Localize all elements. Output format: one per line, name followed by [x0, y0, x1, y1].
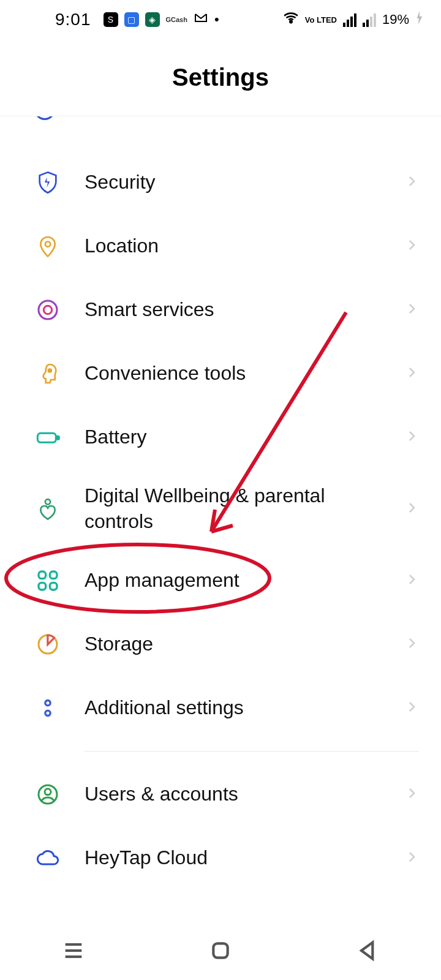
chevron-right-icon [404, 500, 419, 518]
battery-percent: 19% [382, 12, 409, 28]
page-title: Settings [172, 64, 269, 91]
app-icon-gmail [194, 10, 208, 29]
status-right: Vo LTED 19% [283, 10, 424, 29]
title-bar: Settings [0, 39, 441, 116]
settings-item-label: App management [85, 568, 404, 594]
signal-bars-2 [363, 12, 376, 27]
section-divider [85, 751, 419, 752]
settings-item-storage[interactable]: Storage [0, 612, 441, 676]
settings-item-additional-settings[interactable]: Additional settings [0, 676, 441, 740]
cutoff-row [0, 116, 441, 124]
app-icon-blue: ▢ [124, 12, 139, 27]
svg-point-13 [45, 701, 50, 706]
chevron-right-icon [404, 174, 419, 191]
status-clock: 9:01 [55, 10, 91, 29]
target-icon [34, 296, 61, 323]
chevron-right-icon [404, 636, 419, 653]
svg-point-4 [48, 369, 51, 372]
settings-item-label: Convenience tools [85, 361, 404, 386]
signal-bars-1 [343, 12, 356, 27]
app-icon-gcash: GCash [166, 16, 187, 23]
chevron-right-icon [404, 850, 419, 867]
chevron-right-icon [404, 572, 419, 589]
settings-list: Security Location Smart services Conveni… [0, 151, 441, 890]
settings-item-label: Security [85, 170, 404, 195]
user-icon [34, 781, 61, 808]
svg-rect-9 [50, 571, 57, 579]
dots-icon [34, 695, 61, 722]
svg-rect-22 [213, 943, 227, 957]
nav-recent-button[interactable] [61, 938, 86, 965]
svg-point-16 [45, 789, 51, 795]
status-more-dot: • [214, 12, 219, 28]
svg-rect-6 [57, 436, 59, 439]
svg-point-14 [45, 710, 50, 715]
settings-item-label: Smart services [85, 297, 404, 323]
status-bar: 9:01 S ▢ ◈ GCash • Vo LTED 19% [0, 0, 441, 39]
volte-icon: Vo LTED [305, 16, 337, 24]
svg-rect-10 [39, 582, 46, 590]
settings-item-heytap-cloud[interactable]: HeyTap Cloud [0, 826, 441, 890]
settings-item-app-management[interactable]: App management [0, 549, 441, 612]
settings-item-label: Digital Wellbeing & parental controls [85, 483, 404, 534]
settings-item-label: Storage [85, 631, 404, 657]
svg-point-2 [39, 301, 57, 319]
svg-rect-5 [37, 433, 56, 442]
settings-item-label: Users & accounts [85, 782, 404, 807]
chevron-right-icon [404, 699, 419, 717]
svg-rect-8 [39, 571, 46, 579]
chevron-right-icon [404, 301, 419, 318]
head-icon [34, 360, 61, 387]
settings-item-users-accounts[interactable]: Users & accounts [0, 763, 441, 826]
nav-back-button[interactable] [355, 938, 380, 965]
nav-home-button[interactable] [208, 938, 233, 965]
settings-item-digital-wellbeing[interactable]: Digital Wellbeing & parental controls [0, 469, 441, 549]
app-icon-shopping: S [104, 12, 118, 27]
svg-point-1 [45, 242, 50, 247]
svg-rect-11 [50, 582, 57, 590]
status-left: 9:01 S ▢ ◈ GCash • [55, 10, 219, 29]
chevron-right-icon [404, 429, 419, 446]
svg-point-3 [43, 306, 51, 314]
apps-icon [34, 567, 61, 594]
settings-item-location[interactable]: Location [0, 214, 441, 278]
pie-icon [34, 631, 61, 658]
chevron-right-icon [404, 365, 419, 382]
app-icon-green: ◈ [145, 12, 160, 27]
settings-item-convenience-tools[interactable]: Convenience tools [0, 342, 441, 405]
nav-bar [0, 924, 441, 980]
settings-item-label: Battery [85, 424, 404, 450]
svg-point-7 [45, 499, 50, 504]
shield-icon [34, 169, 61, 196]
settings-item-battery[interactable]: Battery [0, 405, 441, 469]
pin-icon [34, 233, 61, 260]
charging-icon [415, 11, 424, 28]
chevron-right-icon [404, 786, 419, 803]
wifi-icon [283, 10, 299, 29]
settings-item-label: Additional settings [85, 695, 404, 721]
settings-item-smart-services[interactable]: Smart services [0, 278, 441, 342]
wellbeing-icon [34, 496, 61, 522]
settings-item-security[interactable]: Security [0, 151, 441, 214]
chevron-right-icon [404, 238, 419, 255]
settings-item-label: HeyTap Cloud [85, 845, 404, 871]
battery-icon [34, 424, 61, 451]
svg-point-0 [290, 21, 292, 23]
cloud-icon [34, 845, 61, 872]
settings-item-label: Location [85, 233, 404, 259]
